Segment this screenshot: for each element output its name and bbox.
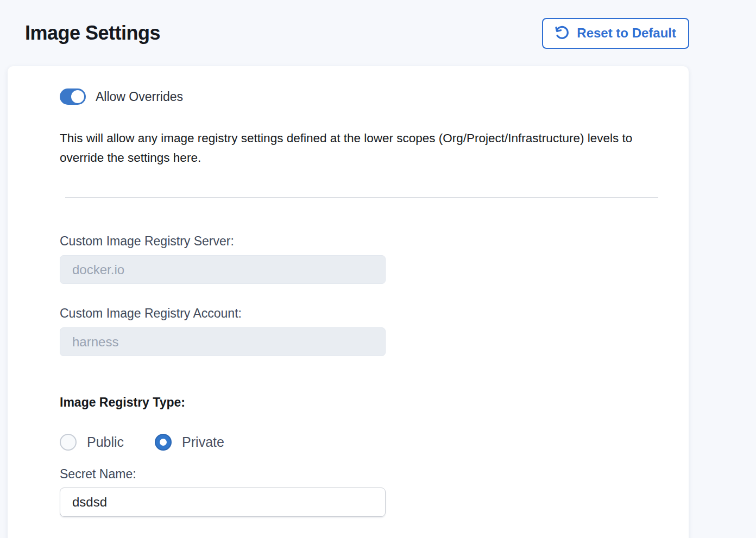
registry-type-heading: Image Registry Type: — [60, 395, 667, 410]
registry-account-label: Custom Image Registry Account: — [60, 306, 667, 321]
radio-public-label: Public — [87, 434, 124, 450]
image-settings-card: Allow Overrides This will allow any imag… — [8, 66, 689, 538]
allow-overrides-toggle[interactable] — [60, 88, 86, 105]
page-title: Image Settings — [25, 22, 160, 45]
secret-name-label: Secret Name: — [60, 467, 667, 482]
page-header: Image Settings Reset to Default — [0, 0, 756, 51]
registry-server-label: Custom Image Registry Server: — [60, 234, 667, 249]
reset-to-default-button[interactable]: Reset to Default — [542, 18, 689, 49]
radio-private-circle[interactable] — [155, 434, 172, 451]
toggle-knob — [71, 90, 84, 103]
allow-overrides-row: Allow Overrides — [60, 88, 667, 105]
overrides-description: This will allow any image registry setti… — [60, 129, 665, 168]
radio-public-circle[interactable] — [60, 434, 77, 451]
section-divider — [65, 197, 658, 198]
radio-option-public[interactable]: Public — [60, 434, 124, 451]
reset-button-label: Reset to Default — [577, 26, 676, 41]
registry-type-radio-group: Public Private — [60, 434, 667, 451]
registry-server-input — [60, 255, 386, 284]
registry-account-input — [60, 327, 386, 356]
allow-overrides-label: Allow Overrides — [96, 90, 183, 104]
radio-option-private[interactable]: Private — [155, 434, 224, 451]
secret-name-input[interactable] — [60, 488, 386, 517]
reset-icon — [554, 25, 570, 41]
radio-private-label: Private — [182, 434, 224, 450]
